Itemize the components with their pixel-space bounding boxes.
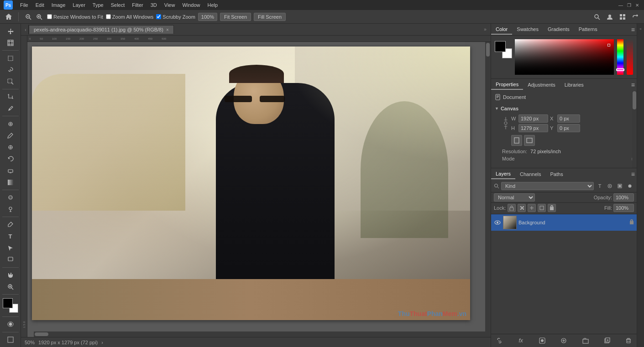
search-button[interactable] [592,12,602,22]
minimize-button[interactable]: — [618,2,624,8]
pen-tool[interactable] [5,219,16,230]
lock-artboard-button[interactable] [538,204,546,212]
libraries-tab[interactable]: Libraries [560,80,588,89]
menu-view[interactable]: View [161,1,179,9]
menu-bar[interactable]: File Edit Image Layer Type Select Filter… [16,1,221,9]
link-chain-icon[interactable] [503,116,509,131]
color-panel-menu[interactable]: ≡ [631,26,635,33]
path-select-tool[interactable] [5,242,16,254]
fit-screen-button[interactable]: Fit Screen [220,13,251,21]
layer-mask-button[interactable] [538,336,547,345]
color-tab[interactable]: Color [491,25,512,35]
canvas-horizontal-scrollbar[interactable] [34,331,485,337]
adjustments-tab[interactable]: Adjustments [523,80,560,89]
canvas-scrollbar-thumb-h[interactable] [35,332,48,336]
props-scrollbar[interactable] [632,91,637,168]
menu-image[interactable]: Image [48,1,69,9]
lasso-tool[interactable] [5,64,16,76]
menu-filter[interactable]: Filter [128,1,147,9]
zoom-out-button[interactable] [23,12,33,22]
canvas-scrollbar-thumb-v[interactable] [486,43,490,57]
y-input[interactable] [557,124,580,132]
workspace-button[interactable] [618,12,628,22]
type-tool[interactable]: T [5,231,16,242]
screen-mode-button[interactable] [5,334,16,346]
gradient-tool[interactable] [5,176,16,188]
layer-fx-button[interactable]: fx [516,336,525,345]
blend-mode-dropdown[interactable]: Normal [494,193,535,202]
gradients-tab[interactable]: Gradients [543,25,574,35]
dodge-tool[interactable] [5,204,16,215]
document-tab[interactable]: pexels-andrea-piacquadio-839011 (1).jpg … [29,25,174,34]
zoom-tool[interactable] [5,281,16,292]
menu-file[interactable]: File [16,1,32,9]
foreground-swatch-preview[interactable] [495,41,506,52]
lock-pixels-button[interactable] [508,204,516,212]
lock-position-button[interactable] [528,204,536,212]
patterns-tab[interactable]: Patterns [574,25,602,35]
canvas-section-header[interactable]: ▼ Canvas [495,104,633,113]
menu-select[interactable]: Select [107,1,129,9]
blur-tool[interactable] [5,192,16,203]
lock-image-button[interactable] [518,204,526,212]
filter-type-icon[interactable]: T [596,182,604,190]
channels-tab[interactable]: Channels [515,170,545,179]
layer-group-button[interactable] [581,336,590,345]
collapse-right-panel-button[interactable]: « [638,26,644,32]
paths-tab[interactable]: Paths [546,170,568,179]
scrubby-zoom-input[interactable] [156,14,161,19]
x-input[interactable] [557,114,580,123]
brush-tool[interactable] [5,130,16,141]
object-select-tool[interactable] [5,76,16,87]
menu-window[interactable]: Window [178,1,204,9]
crop-tool[interactable] [5,91,16,103]
zoom-all-checkbox[interactable]: Zoom All Windows [106,14,153,20]
width-input[interactable] [518,114,548,123]
kind-filter-dropdown[interactable]: Kind [501,182,594,190]
layers-tab[interactable]: Layers [491,169,515,179]
swatches-tab[interactable]: Swatches [512,25,543,35]
eyedropper-tool[interactable] [5,103,16,114]
account-button[interactable] [605,12,615,22]
delete-layer-button[interactable] [624,336,633,345]
tab-close-button[interactable]: × [166,27,169,32]
props-scrollbar-thumb[interactable] [633,91,636,109]
menu-help[interactable]: Help [204,1,222,9]
status-arrow[interactable]: › [101,340,103,345]
layer-adjustment-button[interactable] [559,336,568,345]
fill-screen-button[interactable]: Fill Screen [254,13,286,21]
color-gradient[interactable] [515,39,614,75]
color-alpha-bar[interactable] [627,39,633,75]
marquee-rect-tool[interactable] [5,52,16,64]
properties-tab[interactable]: Properties [491,80,523,90]
zoom-in-button[interactable] [34,12,44,22]
resize-windows-checkbox[interactable]: Resize Windows to Fit [47,14,103,20]
height-input[interactable] [518,124,548,132]
panel-arrange-button[interactable]: » [482,27,489,32]
opacity-input[interactable] [613,193,634,202]
move-tool[interactable] [5,26,16,37]
history-brush-tool[interactable] [5,153,16,165]
layer-visibility-icon[interactable] [494,219,501,226]
foreground-color-swatch[interactable] [3,298,13,308]
filter-toggle[interactable] [626,182,634,190]
hue-thumb[interactable] [616,68,624,71]
clone-tool[interactable] [5,141,16,153]
filter-smart-icon[interactable] [616,182,624,190]
lock-all-button[interactable] [548,204,556,212]
filter-adj-icon[interactable] [606,182,614,190]
portrait-button[interactable] [511,135,522,146]
props-panel-menu[interactable]: ≡ [631,81,635,88]
scrubby-zoom-checkbox[interactable]: Scrubby Zoom [156,14,195,20]
layer-link-button[interactable] [495,336,504,345]
quick-mask-button[interactable] [5,319,16,330]
close-button[interactable]: ✕ [634,2,640,8]
eraser-tool[interactable] [5,165,16,176]
canvas-vertical-scrollbar[interactable] [485,42,491,337]
artboard-tool[interactable] [5,37,16,49]
new-layer-button[interactable] [602,336,612,345]
zoom-display[interactable]: 100% [198,13,217,21]
menu-type[interactable]: Type [89,1,107,9]
share-button[interactable] [630,12,640,22]
menu-edit[interactable]: Edit [32,1,48,9]
